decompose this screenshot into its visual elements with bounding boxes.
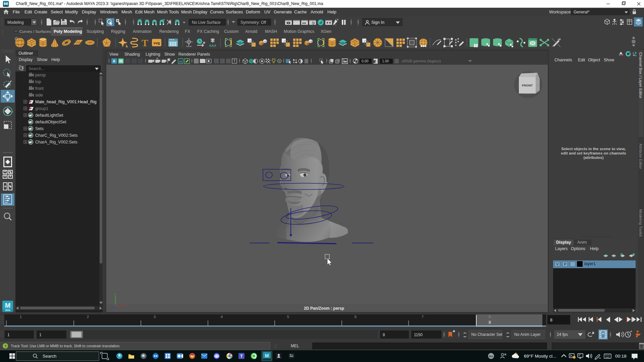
svg-text:T: T xyxy=(233,59,235,63)
svg-text:Male_head_Rig_V001:Head_Rig: Male_head_Rig_V001:Head_Rig xyxy=(35,100,97,104)
svg-text:side: side xyxy=(35,93,43,98)
svg-text:Sets: Sets xyxy=(35,126,44,131)
svg-text:1.00: 1.00 xyxy=(382,59,389,63)
svg-text:AYA: AYA xyxy=(5,309,10,312)
svg-text:4: 4 xyxy=(221,315,223,319)
svg-text:IPR: IPR xyxy=(302,22,306,24)
svg-text:1: 1 xyxy=(20,315,22,319)
svg-text:CharC_Rig_V002:Sets: CharC_Rig_V002:Sets xyxy=(35,133,77,138)
svg-text:y: y xyxy=(114,292,116,296)
svg-text:45: 45 xyxy=(179,60,182,63)
svg-text:2D Pan/Zoom : persp: 2D Pan/Zoom : persp xyxy=(304,306,344,311)
svg-text:M: M xyxy=(5,302,11,309)
svg-text:8: 8 xyxy=(489,320,491,325)
svg-text:8: 8 xyxy=(550,318,552,322)
svg-text:FRONT: FRONT xyxy=(522,83,533,87)
svg-text:front: front xyxy=(35,86,44,91)
svg-text:5: 5 xyxy=(287,315,289,319)
svg-text:NA: NA xyxy=(489,355,493,358)
svg-text:CharA_Rig_V002:Sets: CharA_Rig_V002:Sets xyxy=(35,140,77,144)
svg-text:1150: 1150 xyxy=(414,333,423,337)
svg-text:Search: Search xyxy=(43,354,56,359)
svg-text:2: 2 xyxy=(87,315,89,319)
svg-text:0.00: 0.00 xyxy=(362,59,369,63)
svg-text:1: 1 xyxy=(7,333,10,337)
svg-text:persp: persp xyxy=(35,73,46,77)
svg-text:00:18: 00:18 xyxy=(615,354,627,359)
svg-text:{;}: {;} xyxy=(639,345,644,348)
svg-text:1: 1 xyxy=(39,333,42,337)
svg-text:8: 8 xyxy=(489,315,491,319)
svg-text:3: 3 xyxy=(154,315,156,319)
svg-text:A: A xyxy=(113,59,115,63)
svg-text:defaultObjectSet: defaultObjectSet xyxy=(35,120,66,124)
svg-text:e: e xyxy=(633,254,634,256)
svg-text:69°F Mostly cl...: 69°F Mostly cl... xyxy=(524,354,556,359)
svg-text:No Anim Layer: No Anim Layer xyxy=(514,332,541,337)
svg-text:7: 7 xyxy=(422,315,424,319)
svg-text:6: 6 xyxy=(355,315,357,319)
svg-text:sRGB gamma (legacy): sRGB gamma (legacy) xyxy=(402,59,441,63)
svg-text:24 fps: 24 fps xyxy=(557,332,568,337)
svg-text:?: ? xyxy=(4,344,7,348)
svg-text:group1: group1 xyxy=(35,106,48,111)
svg-text:M: M xyxy=(265,353,269,358)
svg-text:T: T xyxy=(240,354,243,359)
svg-text:defaultLightSet: defaultLightSet xyxy=(35,113,63,118)
svg-text:No Character Set: No Character Set xyxy=(471,332,502,337)
svg-text:8: 8 xyxy=(383,333,385,337)
svg-text:top: top xyxy=(35,79,41,84)
